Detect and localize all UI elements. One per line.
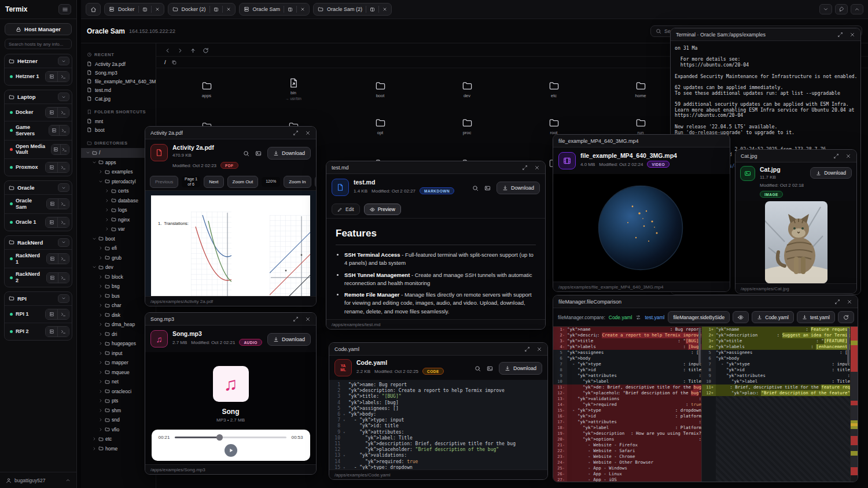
pdf-download-button[interactable]: Download (315, 176, 317, 188)
tab[interactable]: Oracle Sam (2) (313, 3, 392, 16)
host-terminal-button[interactable] (58, 273, 69, 283)
host-files-button[interactable] (46, 162, 57, 172)
theme-brush-button[interactable] (835, 4, 848, 14)
host-group-header[interactable]: RPI (5, 292, 72, 305)
group-collapse-button[interactable] (58, 57, 69, 65)
grid-folder[interactable]: bin→ usr/bin (250, 71, 337, 108)
refresh-icon[interactable] (203, 47, 209, 54)
host-group-header[interactable]: Laptop (5, 90, 72, 103)
grid-folder[interactable]: etc (510, 71, 597, 108)
host-files-button[interactable] (52, 145, 60, 154)
host-item[interactable]: RackNerd 2 (5, 268, 72, 287)
host-files-button[interactable] (46, 309, 57, 319)
host-files-button[interactable] (49, 125, 59, 135)
edit-tab[interactable]: Edit (332, 204, 360, 215)
grid-folder[interactable]: dev (424, 71, 510, 108)
host-terminal-button[interactable] (57, 327, 69, 337)
tab-scroll-down-button[interactable] (819, 4, 832, 14)
host-files-button[interactable] (47, 254, 58, 264)
window-titlebar[interactable]: test.md (326, 161, 545, 174)
play-button[interactable] (225, 444, 237, 457)
recent-file[interactable]: file_example_MP4_640_3MG... (81, 77, 156, 86)
expand-icon[interactable] (524, 346, 530, 352)
download-button[interactable]: Download (267, 333, 311, 346)
host-item[interactable]: Proxmox (5, 158, 72, 176)
tab[interactable]: Oracle Sam (239, 3, 310, 16)
host-item[interactable]: RackNerd 1 (5, 249, 72, 268)
recent-file[interactable]: Song.mp3 (81, 68, 156, 77)
expand-icon[interactable] (293, 130, 299, 136)
search-icon[interactable] (472, 185, 479, 191)
host-search-input[interactable]: Search hosts by any info... (5, 39, 72, 49)
side-by-side-button[interactable]: fileManager.sideBySide (668, 311, 730, 323)
video-frame[interactable] (553, 174, 730, 282)
window-titlebar[interactable]: fileManager.fileComparison (553, 295, 858, 308)
tab[interactable]: Docker (104, 3, 164, 16)
scrollbar-thumb[interactable] (847, 328, 849, 364)
download-file-a-button[interactable]: Code.yaml (752, 311, 794, 323)
grid-folder[interactable]: boot (337, 71, 424, 108)
code-editor[interactable]: 1"yk">name: Bug report2"yk">description:… (329, 380, 547, 469)
zoom-in-button[interactable]: Zoom In (284, 176, 311, 188)
expand-icon[interactable] (834, 299, 840, 305)
download-file-b-button[interactable]: test.yaml (797, 311, 835, 323)
tab-scroll-up-button[interactable] (851, 4, 863, 14)
window-titlebar[interactable]: Activity 2a.pdf (145, 127, 316, 139)
pdf-page-view[interactable]: 1. Translations: (145, 191, 316, 296)
window-titlebar[interactable]: Terminal · Oracle Sam:/apps/examples (671, 28, 860, 41)
host-item[interactable]: Open Media Vault (5, 140, 72, 159)
search-icon[interactable] (475, 365, 481, 372)
group-collapse-button[interactable] (58, 294, 69, 303)
slider-thumb[interactable] (216, 434, 223, 441)
host-item[interactable]: Hetzner 1 (5, 68, 72, 85)
grid-folder[interactable]: apps (163, 71, 250, 108)
host-item[interactable]: RPI 2 (5, 323, 72, 340)
group-collapse-button[interactable] (58, 183, 69, 192)
user-menu[interactable]: bugattiguy527 (0, 472, 76, 488)
window-titlebar[interactable]: Song.mp3 (145, 313, 316, 326)
host-item[interactable]: Oracle 1 (5, 213, 72, 231)
sidebar-menu-button[interactable] (58, 4, 71, 14)
group-collapse-button[interactable] (58, 238, 69, 247)
diff-overview-ruler[interactable] (850, 327, 858, 482)
close-icon[interactable] (847, 299, 852, 305)
host-terminal-button[interactable] (59, 125, 69, 135)
host-terminal-button[interactable] (57, 108, 69, 117)
host-terminal-button[interactable] (60, 145, 69, 154)
window-titlebar[interactable]: Cat.jpg (735, 150, 856, 162)
host-terminal-button[interactable] (58, 199, 69, 209)
tab-close-icon[interactable] (155, 7, 160, 12)
next-page-button[interactable]: Next (204, 176, 223, 188)
close-icon[interactable] (845, 153, 851, 159)
swap-files-icon[interactable] (635, 315, 641, 320)
host-files-button[interactable] (46, 217, 57, 227)
host-terminal-button[interactable] (57, 309, 69, 319)
download-button[interactable]: Download (810, 167, 852, 179)
diff-pane-left[interactable]: 1-"yk">name: Bug report2-"yk">descriptio… (553, 327, 701, 482)
close-icon[interactable] (536, 346, 542, 352)
download-button[interactable]: Download (499, 362, 542, 375)
recent-file[interactable]: Activity 2a.pdf (81, 60, 156, 68)
up-directory-icon[interactable] (190, 47, 196, 54)
breadcrumb[interactable]: / (164, 59, 166, 65)
expand-icon[interactable] (833, 153, 839, 159)
scrollbar-thumb[interactable] (698, 328, 701, 364)
host-group-header[interactable]: RackNerd (5, 236, 72, 249)
host-files-button[interactable] (46, 72, 57, 82)
zoom-out-button[interactable]: Zoom Out (227, 176, 259, 188)
close-icon[interactable] (305, 316, 311, 322)
host-manager-button[interactable]: Host Manager (5, 23, 72, 35)
host-terminal-button[interactable] (58, 254, 69, 264)
tab-close-icon[interactable] (226, 7, 231, 12)
toggle-view-button[interactable] (733, 311, 749, 323)
close-icon[interactable] (534, 165, 540, 171)
expand-icon[interactable] (837, 32, 843, 38)
host-files-button[interactable] (47, 273, 58, 283)
expand-icon[interactable] (522, 165, 528, 171)
preview-icon[interactable] (487, 365, 493, 372)
host-terminal-button[interactable] (57, 162, 69, 172)
home-tab-button[interactable] (86, 3, 101, 16)
grid-folder[interactable]: opt (337, 108, 424, 145)
close-icon[interactable] (305, 130, 311, 136)
search-icon[interactable] (243, 150, 249, 157)
